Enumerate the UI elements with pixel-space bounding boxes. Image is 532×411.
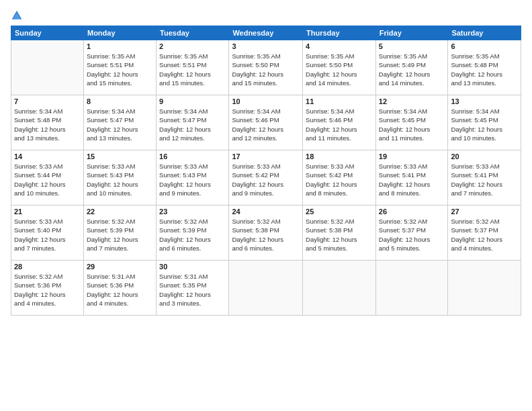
cell-info-line: and 13 minutes.	[14, 134, 81, 142]
cell-info-line: Daylight: 12 hours	[232, 70, 300, 79]
week-row-0: 1Sunrise: 5:35 AMSunset: 5:51 PMDaylight…	[11, 40, 521, 95]
cell-info-line: and 11 minutes.	[379, 134, 445, 142]
cell-info-line: and 13 minutes.	[87, 134, 153, 142]
table-row: 16Sunrise: 5:33 AMSunset: 5:43 PMDayligh…	[157, 150, 229, 205]
col-header-saturday: Saturday	[448, 26, 521, 40]
cell-info-line: Daylight: 12 hours	[87, 125, 153, 134]
day-number: 30	[159, 263, 226, 271]
day-number: 3	[232, 42, 300, 50]
cell-info-line: and 7 minutes.	[87, 244, 153, 253]
cell-info-line: Daylight: 12 hours	[159, 125, 226, 134]
cell-info-line: and 5 minutes.	[379, 244, 445, 253]
day-number: 8	[87, 97, 153, 105]
day-number: 16	[159, 152, 226, 161]
day-number: 25	[306, 208, 373, 216]
cell-info-line: Sunrise: 5:34 AM	[159, 107, 226, 116]
page: SundayMondayTuesdayWednesdayThursdayFrid…	[0, 0, 532, 411]
cell-info-line: Sunset: 5:51 PM	[87, 60, 153, 69]
day-number: 20	[451, 152, 518, 161]
cell-info-line: Daylight: 12 hours	[159, 235, 226, 244]
cell-info-line: Sunset: 5:41 PM	[451, 171, 518, 179]
cell-info-line: Daylight: 12 hours	[306, 235, 373, 244]
table-row: 2Sunrise: 5:35 AMSunset: 5:51 PMDaylight…	[157, 40, 229, 95]
cell-info-line: Sunrise: 5:34 AM	[306, 107, 373, 116]
day-number: 7	[14, 97, 81, 105]
cell-info-line: and 5 minutes.	[306, 244, 373, 253]
cell-info-line: Sunset: 5:46 PM	[232, 116, 300, 124]
cell-info-line: and 14 minutes.	[379, 79, 445, 87]
day-number: 18	[306, 152, 373, 161]
cell-info-line: and 10 minutes.	[14, 189, 81, 197]
cell-info-line: Sunrise: 5:34 AM	[14, 107, 81, 116]
cell-info-line: Daylight: 12 hours	[14, 125, 81, 134]
day-number: 11	[306, 97, 373, 105]
header-row-days: SundayMondayTuesdayWednesdayThursdayFrid…	[11, 26, 521, 40]
col-header-wednesday: Wednesday	[229, 26, 303, 40]
logo	[11, 9, 24, 21]
cell-info-line: Sunset: 5:35 PM	[159, 281, 226, 289]
cell-info-line: Sunset: 5:46 PM	[306, 116, 373, 124]
week-row-3: 21Sunrise: 5:33 AMSunset: 5:40 PMDayligh…	[11, 205, 521, 261]
cell-info-line: Daylight: 12 hours	[306, 125, 373, 134]
cell-info-line: and 12 minutes.	[159, 134, 226, 142]
table-row	[229, 261, 303, 316]
cell-info-line: Sunset: 5:49 PM	[379, 60, 445, 69]
cell-info-line: Sunrise: 5:35 AM	[87, 52, 153, 60]
logo-icon	[11, 9, 23, 21]
cell-info-line: Sunrise: 5:35 AM	[451, 52, 518, 60]
cell-info-line: Daylight: 12 hours	[306, 70, 373, 79]
table-row: 27Sunrise: 5:32 AMSunset: 5:37 PMDayligh…	[448, 205, 521, 261]
cell-info-line: Sunrise: 5:32 AM	[306, 217, 373, 226]
cell-info-line: Sunrise: 5:33 AM	[87, 162, 153, 171]
cell-info-line: and 6 minutes.	[159, 244, 226, 253]
table-row: 30Sunrise: 5:31 AMSunset: 5:35 PMDayligh…	[157, 261, 229, 316]
cell-info-line: Daylight: 12 hours	[87, 290, 153, 299]
cell-info-line: Sunrise: 5:34 AM	[232, 107, 300, 116]
cell-info-line: Daylight: 12 hours	[451, 125, 518, 134]
cell-info-line: Daylight: 12 hours	[159, 70, 226, 79]
cell-info-line: Daylight: 12 hours	[232, 180, 300, 189]
cell-info-line: Sunset: 5:45 PM	[379, 116, 445, 124]
cell-info-line: and 10 minutes.	[451, 134, 518, 142]
cell-info-line: and 9 minutes.	[159, 189, 226, 197]
cell-info-line: Daylight: 12 hours	[232, 125, 300, 134]
cell-info-line: Daylight: 12 hours	[379, 180, 445, 189]
table-row: 29Sunrise: 5:31 AMSunset: 5:36 PMDayligh…	[83, 261, 156, 316]
table-row: 5Sunrise: 5:35 AMSunset: 5:49 PMDaylight…	[375, 40, 448, 95]
cell-info-line: and 15 minutes.	[87, 79, 153, 87]
cell-info-line: Daylight: 12 hours	[14, 235, 81, 244]
table-row: 22Sunrise: 5:32 AMSunset: 5:39 PMDayligh…	[83, 205, 156, 261]
day-number: 5	[379, 42, 445, 50]
day-number: 1	[87, 42, 153, 50]
table-row: 13Sunrise: 5:34 AMSunset: 5:45 PMDayligh…	[448, 95, 521, 150]
cell-info-line: Daylight: 12 hours	[232, 235, 300, 244]
cell-info-line: Daylight: 12 hours	[306, 180, 373, 189]
cell-info-line: Sunset: 5:51 PM	[159, 60, 226, 69]
cell-info-line: Daylight: 12 hours	[159, 290, 226, 299]
col-header-monday: Monday	[83, 26, 156, 40]
cell-info-line: and 10 minutes.	[87, 189, 153, 197]
col-header-friday: Friday	[375, 26, 448, 40]
cell-info-line: and 4 minutes.	[14, 299, 81, 308]
cell-info-line: and 7 minutes.	[451, 189, 518, 197]
table-row: 24Sunrise: 5:32 AMSunset: 5:38 PMDayligh…	[229, 205, 303, 261]
cell-info-line: Sunrise: 5:32 AM	[159, 217, 226, 226]
cell-info-line: Sunrise: 5:32 AM	[379, 217, 445, 226]
cell-info-line: Sunrise: 5:33 AM	[14, 162, 81, 171]
table-row: 3Sunrise: 5:35 AMSunset: 5:50 PMDaylight…	[229, 40, 303, 95]
cell-info-line: Sunrise: 5:32 AM	[232, 217, 300, 226]
cell-info-line: Daylight: 12 hours	[87, 235, 153, 244]
cell-info-line: and 14 minutes.	[306, 79, 373, 87]
cell-info-line: Sunset: 5:50 PM	[306, 60, 373, 69]
cell-info-line: and 4 minutes.	[87, 299, 153, 308]
cell-info-line: Daylight: 12 hours	[159, 180, 226, 189]
cell-info-line: and 9 minutes.	[232, 189, 300, 197]
table-row: 12Sunrise: 5:34 AMSunset: 5:45 PMDayligh…	[375, 95, 448, 150]
cell-info-line: Daylight: 12 hours	[451, 180, 518, 189]
day-number: 13	[451, 97, 518, 105]
cell-info-line: Sunrise: 5:34 AM	[451, 107, 518, 116]
cell-info-line: Sunrise: 5:33 AM	[379, 162, 445, 171]
day-number: 26	[379, 208, 445, 216]
cell-info-line: and 8 minutes.	[306, 189, 373, 197]
cell-info-line: and 8 minutes.	[379, 189, 445, 197]
